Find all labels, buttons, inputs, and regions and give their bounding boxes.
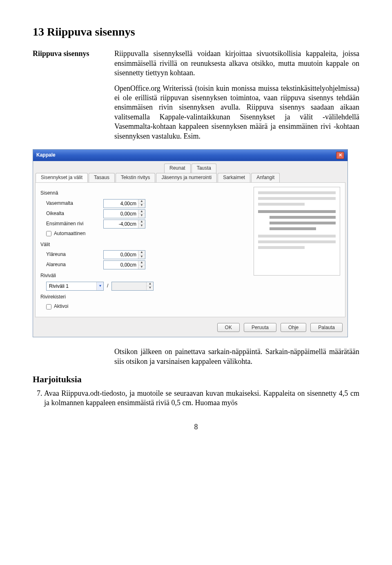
chevron-down-icon[interactable]: ▼	[138, 224, 145, 228]
side-heading: Riippuva sisennys	[33, 49, 114, 58]
tab-background[interactable]: Tausta	[192, 164, 216, 173]
spin-linespacing-value: ▲▼	[111, 282, 154, 291]
tab-dropcaps[interactable]: Anfangit	[251, 173, 280, 183]
chevron-down-icon[interactable]: ▾	[96, 282, 103, 290]
chevron-down-icon[interactable]: ▼	[138, 255, 145, 259]
group-linespacing: Riviväli	[40, 273, 248, 279]
spin-top-spacing[interactable]: ▲▼	[103, 250, 145, 259]
group-register: Rivirekisteri	[40, 294, 248, 300]
group-spacing: Välit	[40, 242, 248, 248]
slash-label: /	[107, 283, 108, 289]
chevron-down-icon[interactable]: ▼	[138, 204, 145, 208]
label-top-spacing: Yläreuna	[46, 251, 103, 258]
paragraph-2: OpenOffice.org Writerissä (toisin kuin m…	[114, 84, 359, 141]
group-indent: Sisennä	[40, 190, 248, 197]
help-button[interactable]: Ohje	[281, 323, 306, 332]
tab-tabs[interactable]: Sarkaimet	[218, 173, 250, 183]
label-first-line: Ensimmäinen rivi	[46, 221, 103, 227]
chevron-down-icon: ▼	[147, 286, 153, 290]
cancel-button[interactable]: Peruuta	[244, 323, 276, 332]
chevron-down-icon[interactable]: ▼	[138, 214, 145, 218]
spin-bottom-spacing[interactable]: ▲▼	[103, 260, 145, 269]
tab-textflow[interactable]: Tekstin rivitys	[116, 173, 155, 183]
combo-linespacing[interactable]: ▾	[46, 282, 104, 291]
label-left-indent: Vasemmalta	[46, 200, 103, 207]
close-icon[interactable]: ✕	[336, 152, 344, 159]
tab-borders[interactable]: Reunat	[164, 164, 191, 173]
exercises-heading: Harjoituksia	[33, 374, 359, 386]
dialog-titlebar[interactable]: Kappale ✕	[33, 150, 347, 161]
paragraph-1: Riippuvalla sisennyksellä voidaan kirjoi…	[114, 49, 359, 78]
spin-first-line[interactable]: ▲▼	[103, 220, 145, 229]
spin-left-indent[interactable]: ▲▼	[103, 199, 145, 208]
checkbox-activate[interactable]: Aktivoi	[46, 303, 68, 310]
spin-right-indent[interactable]: ▲▼	[103, 209, 145, 218]
reset-button[interactable]: Palauta	[310, 323, 343, 332]
tab-alignment[interactable]: Tasaus	[89, 173, 115, 183]
page-number: 8	[33, 422, 359, 432]
chevron-down-icon[interactable]: ▼	[138, 265, 145, 269]
label-bottom-spacing: Alareuna	[46, 262, 103, 268]
tab-indents[interactable]: Sisennykset ja välit	[36, 173, 88, 183]
checkbox-automatic[interactable]: Automaattinen	[46, 231, 85, 237]
label-right-indent: Oikealta	[46, 211, 103, 217]
ok-button[interactable]: OK	[217, 323, 240, 332]
paragraph-3: Otsikon jälkeen on painettava sarkain-nä…	[114, 347, 359, 366]
tab-outline[interactable]: Jäsennys ja numerointi	[156, 173, 217, 183]
dialog-title: Kappale	[36, 152, 56, 159]
page-title: 13 Riippuva sisennys	[33, 25, 359, 39]
exercise-item: Avaa Riippuva.odt-tiedosto, ja muotoile …	[44, 389, 359, 408]
indent-preview	[254, 187, 340, 276]
paragraph-dialog: Kappale ✕ Reunat Tausta Sisennykset ja v…	[33, 149, 348, 337]
